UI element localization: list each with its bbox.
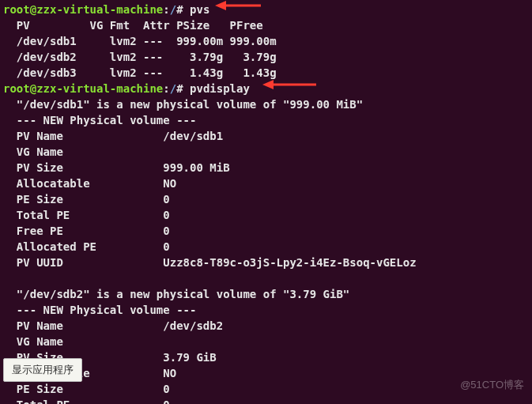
vg-name: VG Name <box>3 144 529 160</box>
svg-marker-1 <box>215 1 226 10</box>
pvs-header: PV VG Fmt Attr PSize PFree <box>3 17 529 33</box>
watermark: @51CTO博客 <box>460 377 524 393</box>
pv-size: PV Size 999.00 MiB <box>3 160 529 176</box>
prompt-path: / <box>170 3 176 16</box>
allocatable: Allocatable NO <box>3 176 529 191</box>
pe-size: PE Size 0 <box>3 381 529 397</box>
command-pvs[interactable]: pvs <box>190 3 209 16</box>
pvs-row: /dev/sdb1 lvm2 --- 999.00m 999.00m <box>3 33 529 49</box>
pvs-row: /dev/sdb2 lvm2 --- 3.79g 3.79g <box>3 49 529 65</box>
prompt-colon: : <box>163 3 169 16</box>
pvd-head-1: "/dev/sdb1" is a new physical volume of … <box>3 96 529 112</box>
allocated-pe: Allocated PE 0 <box>3 239 529 255</box>
pv-uuid: PV UUID Uzz8c8-T89c-o3jS-Lpy2-i4Ez-Bsoq-… <box>3 255 529 270</box>
total-pe: Total PE 0 <box>3 207 529 223</box>
pvd-sep-2: --- NEW Physical volume --- <box>3 302 529 318</box>
prompt-host: zzx-virtual-machine <box>36 3 163 16</box>
blank-line <box>3 270 529 286</box>
vg-name: VG Name <box>3 334 529 349</box>
pvd-sep-1: --- NEW Physical volume --- <box>3 112 529 128</box>
arrow-annotation-icon <box>215 0 262 13</box>
pv-name: PV Name /dev/sdb1 <box>3 128 529 144</box>
total-pe: Total PE 0 <box>3 397 529 404</box>
arrow-annotation-icon <box>262 77 318 92</box>
pvd-head-2: "/dev/sdb2" is a new physical volume of … <box>3 286 529 302</box>
tooltip-show-applications: 显示应用程序 <box>3 358 82 382</box>
prompt-user: root <box>3 3 30 16</box>
pv-name: PV Name /dev/sdb2 <box>3 318 529 334</box>
pe-size: PE Size 0 <box>3 191 529 207</box>
free-pe: Free PE 0 <box>3 223 529 239</box>
prompt-line-1: root@zzx-virtual-machine:/# pvs <box>3 2 529 17</box>
svg-marker-3 <box>262 80 274 89</box>
prompt-hash: # <box>176 3 190 16</box>
prompt-at: @ <box>30 3 36 16</box>
command-pvdisplay[interactable]: pvdisplay <box>190 82 250 95</box>
